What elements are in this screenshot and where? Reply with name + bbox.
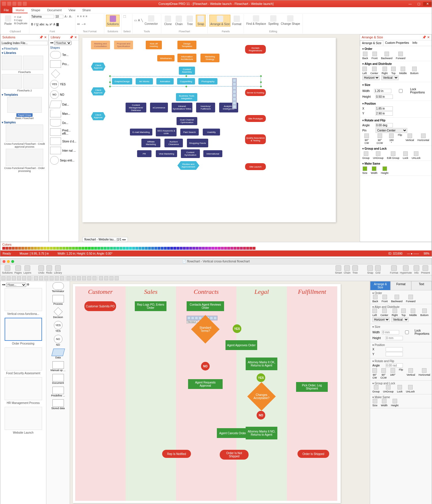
ialign-middle[interactable]: Middle — [409, 309, 417, 317]
flip-v[interactable]: Vertical — [406, 133, 414, 144]
sb-select[interactable]: Flowc... — [6, 283, 26, 287]
iflip-v[interactable]: Vertical — [407, 368, 415, 379]
order-front[interactable]: Front — [372, 52, 378, 60]
copy-button[interactable]: ⎘ Copy — [14, 19, 27, 22]
isame-height[interactable]: Height — [391, 399, 399, 407]
duplicate-button[interactable]: ⧉ Duplicate — [14, 22, 27, 25]
shape-decision[interactable] — [50, 69, 77, 78]
thumb-vertical-cf[interactable] — [5, 288, 42, 311]
line-tool-icon[interactable]: ╲ — [141, 19, 143, 22]
align-left[interactable]: Left — [362, 67, 367, 75]
tool-conn2-icon[interactable] — [44, 276, 48, 280]
window-controls[interactable]: —▢✕ — [406, 2, 432, 6]
node-ecom[interactable]: eCommerce — [150, 103, 168, 112]
ilock-checkbox[interactable] — [401, 330, 413, 334]
node-wireframes[interactable]: Wireframes — [157, 55, 175, 61]
height-input[interactable] — [376, 95, 393, 99]
isame-size[interactable]: Size — [372, 399, 378, 407]
select-icon[interactable]: ⬚ — [123, 15, 126, 18]
ialign-left[interactable]: Left — [372, 309, 377, 317]
shape-sequential[interactable]: Sequ enti... — [50, 156, 77, 165]
menu-shape[interactable]: Shape — [28, 7, 44, 13]
tb-info[interactable]: Info — [414, 265, 419, 274]
iflip-h[interactable]: Horizontal — [418, 368, 430, 379]
mac-canvas[interactable]: Customer Sales Contracts Legal Fulfillme… — [73, 284, 341, 503]
shape-process[interactable]: Pro... — [50, 60, 77, 68]
iunlock[interactable]: UnLock — [406, 385, 415, 393]
node-seo[interactable]: SEO-Keywords & code — [156, 128, 177, 136]
solutions-tree[interactable]: ◂ Flowcharts ▾ Libraries Flowcharts Flow… — [1, 46, 48, 174]
font-color-icon[interactable]: A — [53, 23, 55, 26]
lib-nav-back-icon[interactable]: ◂ — [50, 41, 52, 45]
node-international[interactable]: International — [203, 150, 222, 157]
fnode-attorney-no[interactable]: Attorney Marks It NO, Returns to Agent — [246, 427, 277, 439]
clone-button[interactable]: Clone — [163, 15, 173, 26]
node-email[interactable]: E-mail Marketing — [130, 129, 152, 136]
mshape-decision[interactable]: Decision — [48, 308, 69, 319]
fnode-no-1[interactable]: NO — [201, 362, 210, 371]
font-size-input[interactable] — [55, 15, 63, 18]
bold-icon[interactable]: B — [31, 23, 33, 26]
menu-file[interactable]: File — [0, 7, 12, 13]
mshape-manual[interactable]: Manual op ... — [48, 361, 69, 372]
node-usability[interactable]: Usability — [203, 129, 220, 136]
align-center[interactable]: Center — [370, 67, 378, 75]
iorder-front[interactable]: Front — [382, 295, 388, 303]
format-button[interactable]: Format — [232, 15, 242, 26]
shape-predefined[interactable]: Pred... effi... — [50, 128, 77, 136]
node-animation[interactable]: Animation — [156, 78, 174, 84]
align-center-icon[interactable]: ≡ — [80, 15, 82, 18]
angle-input[interactable] — [376, 123, 393, 127]
unlock-btn[interactable]: UnLock — [412, 151, 421, 159]
ungroup-btn[interactable]: UnGroup — [373, 151, 384, 159]
quick-access-toolbar[interactable] — [0, 2, 29, 6]
ilock[interactable]: Lock — [397, 385, 403, 393]
shape-internal[interactable]: Inter nal ... — [50, 147, 77, 154]
menu-document[interactable]: Document — [44, 7, 65, 13]
itab-format[interactable]: Format — [391, 281, 411, 290]
cut-button[interactable]: ✂ Cut — [14, 16, 27, 18]
menu-home[interactable]: Home — [12, 7, 28, 13]
minimize-icon[interactable]: — — [406, 2, 414, 6]
shape-terminator[interactable]: Ter... — [50, 51, 77, 59]
node-meeting[interactable]: Meeting and Consultation — [91, 41, 110, 49]
sb-gear-icon[interactable]: ⚙ — [27, 283, 29, 287]
fnode-agent-approves[interactable]: Agent Approves Order — [226, 340, 257, 350]
irot-ccw[interactable]: 90° CCW — [380, 368, 386, 379]
tool-zoom-icon[interactable] — [67, 276, 71, 280]
maximize-icon[interactable]: ▢ — [414, 2, 423, 6]
same-width[interactable]: Width — [371, 166, 378, 174]
panel-pin-icon[interactable]: 📌 ✕ — [69, 35, 77, 39]
text-tool-icon[interactable]: A — [138, 19, 140, 22]
tb-tree[interactable]: Tree — [352, 265, 358, 274]
subscript-icon[interactable]: x₂ — [46, 23, 49, 26]
arrange-size-button[interactable]: Arrange & Size — [209, 15, 230, 27]
iorder-backward[interactable]: Backward — [391, 295, 403, 303]
fnode-attorney-ok[interactable]: Attorney Marks It OK, Returns to Agent — [246, 358, 277, 370]
color-swatches[interactable] — [1, 247, 431, 250]
pin-select[interactable]: Center-Center — [376, 128, 407, 133]
align-top[interactable]: Top — [391, 67, 396, 75]
node-paid[interactable]: Paid Search — [180, 129, 199, 136]
fnode-yes-1[interactable]: YES — [233, 324, 241, 333]
iwidth-input[interactable] — [382, 330, 399, 334]
edit-group-btn[interactable]: Edit Group — [387, 151, 399, 159]
node-artworks[interactable]: Art Works — [136, 78, 153, 84]
mshape-no[interactable]: NONO — [48, 335, 69, 346]
library-select[interactable]: Flowchar... — [54, 41, 71, 45]
indent-icon[interactable]: →≡ — [81, 22, 86, 26]
tb-solutions[interactable]: Solutions — [2, 265, 13, 274]
idist-horiz[interactable]: Horizontal — [372, 317, 390, 322]
tool-zoomfit-icon[interactable] — [104, 276, 108, 280]
node-review[interactable]: Review and Approvement — [177, 161, 199, 170]
node-domain[interactable]: Domain Registrations — [245, 45, 266, 54]
irot-cw[interactable]: 90° CW — [372, 368, 377, 379]
node-copywriting[interactable]: Copywriting — [177, 78, 195, 84]
tb-undo[interactable]: Undo — [38, 265, 45, 274]
align-right-icon[interactable]: ≡ — [83, 15, 85, 18]
tb-snap[interactable]: Snap — [367, 265, 373, 274]
node-approve-1[interactable]: Client Approve — [91, 63, 105, 71]
tab-info[interactable]: Info — [411, 40, 419, 46]
tool-hand-icon[interactable] — [72, 276, 76, 280]
align-left-icon[interactable]: ≡ — [77, 15, 79, 18]
